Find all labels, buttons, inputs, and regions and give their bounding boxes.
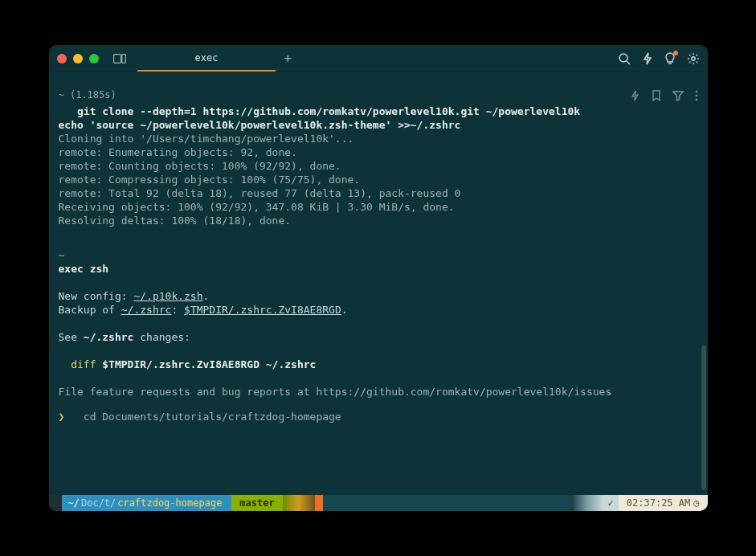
svg-point-8	[695, 98, 697, 100]
status-os-segment	[49, 495, 62, 511]
command-output: Cloning into '/Users/timchang/powerlevel…	[59, 132, 698, 145]
command-output: Backup of ~/.zshrc: $TMPDIR/.zshrc.ZvI8A…	[59, 303, 698, 317]
command-output: See ~/.zshrc changes:	[59, 330, 698, 344]
minimize-button[interactable]	[73, 54, 83, 63]
command-input: echo 'source ~/powerlevel10k/powerlevel1…	[59, 118, 698, 132]
notification-dot	[673, 51, 678, 55]
command-output: Resolving deltas: 100% (18/18), done.	[59, 214, 698, 227]
new-tab-button[interactable]: +	[276, 51, 300, 66]
status-git-segment: master	[231, 495, 282, 511]
block-filter-icon[interactable]	[672, 90, 684, 101]
maximize-button[interactable]	[89, 54, 99, 63]
svg-rect-0	[113, 54, 121, 63]
command-output: diff $TMPDIR/.zshrc.ZvI8AE8RGD ~/.zshrc	[59, 358, 698, 371]
status-path-segment: ~/Doc/t/craftzdog-homepage	[62, 495, 232, 511]
terminal-window: exec +	[49, 45, 708, 511]
status-bar: ~/Doc/t/craftzdog-homepage master ✓ 02:3…	[49, 495, 708, 511]
bolt-icon[interactable]	[642, 52, 653, 65]
block-bolt-icon[interactable]	[630, 90, 640, 101]
block-meta: ~	[59, 248, 698, 262]
panels-icon[interactable]	[113, 54, 126, 63]
search-icon[interactable]	[618, 52, 631, 65]
tab-active[interactable]: exec	[137, 45, 276, 72]
titlebar: exec +	[49, 45, 708, 72]
block-more-icon[interactable]	[695, 90, 698, 101]
command-output: remote: Enumerating objects: 92, done.	[59, 145, 698, 159]
svg-point-5	[691, 56, 694, 59]
svg-point-2	[619, 54, 627, 62]
settings-gear-icon[interactable]	[687, 52, 700, 65]
command-output: File feature requests and bug reports at…	[59, 385, 698, 399]
block-meta: ~ (1.185s)	[59, 88, 116, 102]
command-input: exec zsh	[59, 262, 698, 276]
terminal-content[interactable]: ~ (1.185s)	[49, 72, 708, 495]
scrollbar[interactable]	[701, 345, 706, 490]
status-gradient	[283, 495, 315, 511]
command-output: remote: Total 92 (delta 18), reused 77 (…	[59, 186, 698, 200]
status-gradient-right	[571, 495, 603, 511]
clock-icon: ◷	[693, 497, 699, 509]
command-output: New config: ~/.p10k.zsh.	[59, 289, 698, 303]
status-ok-segment: ✓	[603, 495, 619, 511]
svg-rect-1	[121, 54, 125, 63]
command-input: git clone --depth=1 https://github.com/r…	[59, 104, 698, 118]
command-block-header: ~ (1.185s)	[59, 88, 698, 102]
svg-line-3	[627, 61, 630, 64]
svg-point-7	[695, 94, 697, 96]
svg-point-6	[695, 90, 697, 92]
prompt-line: ❯ cd Documents/tutorials/craftzdog-homep…	[59, 410, 698, 423]
command-output: remote: Counting objects: 100% (92/92), …	[59, 159, 698, 173]
block-bookmark-icon[interactable]	[652, 90, 661, 101]
tab-label: exec	[195, 52, 219, 63]
traffic-lights	[57, 54, 99, 63]
status-time-segment: 02:37:25 AM ◷	[619, 495, 708, 511]
titlebar-actions	[618, 52, 700, 65]
close-button[interactable]	[57, 54, 67, 63]
status-divider	[315, 495, 323, 511]
command-output: Receiving objects: 100% (92/92), 347.08 …	[59, 200, 698, 214]
command-output: remote: Compressing objects: 100% (75/75…	[59, 173, 698, 186]
lightbulb-icon[interactable]	[664, 52, 676, 65]
tab-bar: exec +	[137, 45, 300, 72]
